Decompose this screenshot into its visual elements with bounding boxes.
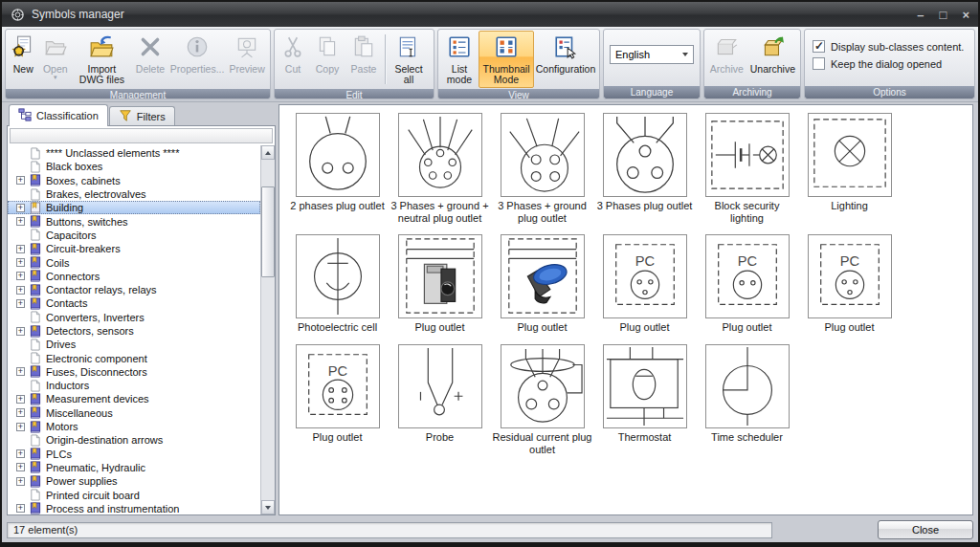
expand-plus-icon[interactable]: + bbox=[16, 504, 25, 513]
unarchive-button[interactable]: Unarchive bbox=[747, 31, 798, 85]
tree-item[interactable]: +Building bbox=[8, 201, 260, 214]
tree-item[interactable]: +Measurement devices bbox=[8, 392, 260, 405]
tree-item[interactable]: Converters, Inverters bbox=[8, 311, 260, 324]
import-dwg-button[interactable]: Import DWG files bbox=[72, 31, 132, 88]
scrollbar-thumb[interactable] bbox=[261, 186, 275, 277]
tab-filters[interactable]: Filters bbox=[109, 106, 175, 126]
chevron-down-icon[interactable] bbox=[678, 47, 692, 62]
ribbon-group-view: List mode Thumbnail Mode Configuration V… bbox=[437, 29, 600, 99]
tree-item[interactable]: Printed circuit board bbox=[8, 488, 260, 501]
tree-item[interactable]: Brakes, electrovalves bbox=[8, 187, 260, 201]
tree-item[interactable]: Origin-destination arrows bbox=[8, 433, 260, 447]
tree-item[interactable]: Inductors bbox=[8, 379, 260, 392]
symbol-thumbnail[interactable]: 2 phases plug outlet bbox=[286, 113, 389, 224]
symbol-thumbnail[interactable]: Lighting bbox=[798, 113, 901, 224]
tab-classification[interactable]: Classification bbox=[9, 104, 108, 126]
expand-plus-icon[interactable]: + bbox=[16, 286, 25, 295]
tree-item[interactable]: **** Unclassed elements **** bbox=[8, 146, 260, 160]
symbol-thumbnail[interactable]: Probe bbox=[389, 344, 491, 455]
symbol-image bbox=[398, 234, 482, 318]
tree-item[interactable]: +Detectors, sensors bbox=[8, 324, 260, 338]
select-all-button[interactable]: Select all bbox=[389, 31, 429, 88]
tree-item[interactable]: +Buttons, switches bbox=[8, 214, 260, 228]
tree-item[interactable]: +Pneumatic, Hydraulic bbox=[8, 461, 260, 474]
symbol-thumbnail[interactable]: Plug outlet bbox=[389, 234, 491, 334]
tree-item[interactable]: +Coils bbox=[8, 255, 260, 269]
svg-text:PC: PC bbox=[327, 363, 347, 379]
preview-icon bbox=[234, 34, 259, 64]
symbol-label: Block security lighting bbox=[698, 200, 797, 224]
scrollbar-track[interactable] bbox=[261, 160, 275, 500]
list-mode-button[interactable]: List mode bbox=[440, 31, 479, 88]
expand-plus-icon[interactable]: + bbox=[16, 204, 25, 212]
symbol-thumbnail[interactable]: 3 Phases + ground + neutral plug outlet bbox=[389, 113, 491, 224]
tree-item[interactable]: +Contacts bbox=[8, 296, 260, 310]
tree-item[interactable]: +Power supplies bbox=[8, 474, 260, 488]
configuration-button[interactable]: Configuration bbox=[534, 31, 597, 88]
tree-item[interactable]: +Contactor relays, relays bbox=[8, 283, 260, 296]
tree-item[interactable]: +Fuses, Disconnectors bbox=[8, 365, 260, 379]
tree-item[interactable]: Capacitors bbox=[8, 229, 260, 242]
expand-plus-icon[interactable]: + bbox=[16, 367, 25, 376]
expand-plus-icon[interactable]: + bbox=[16, 299, 25, 308]
symbol-thumbnail[interactable]: Time scheduler bbox=[696, 344, 798, 455]
scroll-up-icon[interactable] bbox=[261, 145, 275, 160]
symbol-image bbox=[296, 234, 380, 318]
close-icon[interactable]: × bbox=[962, 9, 969, 21]
symbol-thumbnail[interactable]: 3 Phases + ground plug outlet bbox=[491, 113, 593, 224]
expand-plus-icon[interactable]: + bbox=[16, 327, 25, 336]
tree-item[interactable]: +Motors bbox=[8, 420, 260, 433]
minimize-icon[interactable]: – bbox=[917, 9, 924, 21]
keep-dialog-option[interactable]: Keep the dialog opened bbox=[813, 57, 967, 70]
thumbnail-mode-button[interactable]: Thumbnail Mode bbox=[479, 31, 534, 88]
tree-item[interactable]: Drives bbox=[8, 338, 260, 351]
symbol-label: Plug outlet bbox=[518, 321, 568, 334]
expand-plus-icon[interactable]: + bbox=[16, 176, 25, 185]
symbol-thumbnail[interactable]: Photoelectric cell bbox=[286, 234, 389, 334]
tree-item[interactable]: +Miscellaneous bbox=[8, 406, 260, 420]
tree-item-label: Process and instrumentation bbox=[46, 503, 179, 514]
tree-item[interactable]: Electronic component bbox=[8, 351, 260, 364]
maximize-icon[interactable]: □ bbox=[940, 9, 947, 21]
group-caption-view: View bbox=[438, 89, 599, 99]
tree-scrollbar[interactable] bbox=[260, 145, 275, 514]
symbols-panel: 2 phases plug outlet3 Phases + ground + … bbox=[278, 104, 973, 515]
tree-item[interactable]: +Process and instrumentation bbox=[8, 502, 260, 514]
close-button[interactable]: Close bbox=[878, 520, 973, 539]
symbol-thumbnail[interactable]: PCPlug outlet bbox=[696, 234, 798, 334]
expand-plus-icon[interactable]: + bbox=[16, 477, 25, 486]
expand-plus-icon[interactable]: + bbox=[16, 245, 25, 253]
symbol-thumbnail[interactable]: PCPlug outlet bbox=[593, 234, 696, 334]
tree-item-label: Black boxes bbox=[46, 161, 102, 172]
tree-item[interactable]: +Connectors bbox=[8, 270, 260, 283]
tree-item[interactable]: Black boxes bbox=[8, 160, 260, 173]
expand-plus-icon[interactable]: + bbox=[16, 463, 25, 471]
display-subclasses-option[interactable]: Display sub-classes content. bbox=[813, 40, 967, 53]
symbol-thumbnail[interactable]: Plug outlet bbox=[491, 234, 593, 334]
list-mode-icon bbox=[447, 34, 472, 64]
tree-item[interactable]: +PLCs bbox=[8, 448, 260, 461]
expand-plus-icon[interactable]: + bbox=[16, 272, 25, 280]
expand-plus-icon[interactable]: + bbox=[16, 258, 25, 267]
symbol-thumbnail[interactable]: Block security lighting bbox=[696, 113, 798, 224]
symbol-thumbnail[interactable]: Thermostat bbox=[593, 344, 696, 455]
expand-plus-icon[interactable]: + bbox=[16, 395, 25, 404]
symbol-thumbnail[interactable]: 3 Phases plug outlet bbox=[593, 113, 696, 224]
expand-plus-icon[interactable]: + bbox=[16, 408, 25, 417]
book-icon bbox=[29, 284, 42, 296]
expand-plus-icon[interactable]: + bbox=[16, 217, 25, 226]
symbol-image bbox=[603, 344, 687, 428]
expand-plus-icon[interactable]: + bbox=[16, 449, 25, 458]
tree-filter-input[interactable] bbox=[10, 128, 273, 143]
symbol-thumbnail[interactable]: PCPlug outlet bbox=[286, 344, 389, 455]
language-select[interactable]: English bbox=[610, 45, 694, 64]
symbol-thumbnail[interactable]: PCPlug outlet bbox=[798, 234, 901, 334]
display-subclasses-checkbox[interactable] bbox=[813, 40, 825, 53]
scroll-down-icon[interactable] bbox=[261, 500, 275, 514]
expand-plus-icon[interactable]: + bbox=[16, 423, 25, 431]
tree-item[interactable]: +Boxes, cabinets bbox=[8, 174, 260, 187]
tree-item[interactable]: +Circuit-breakers bbox=[8, 242, 260, 255]
symbol-thumbnail[interactable]: Residual current plug outlet bbox=[491, 344, 593, 455]
new-button[interactable]: New bbox=[8, 31, 39, 88]
keep-dialog-checkbox[interactable] bbox=[813, 57, 825, 70]
